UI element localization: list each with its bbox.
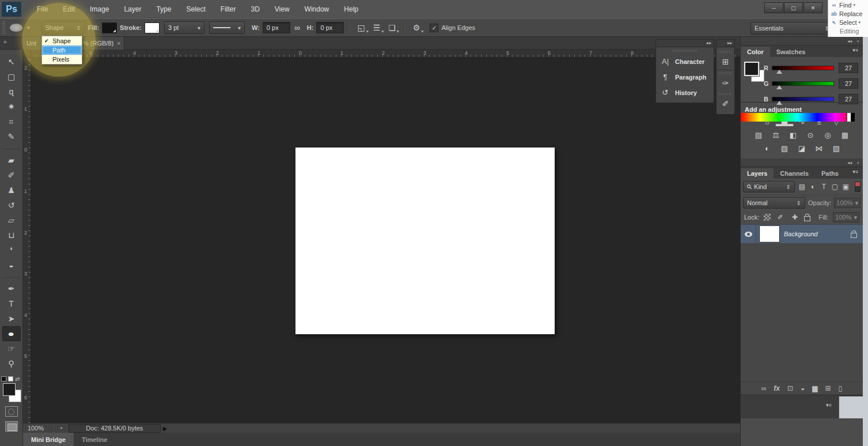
panel-launcher[interactable]: ↺ History bbox=[656, 85, 714, 100]
tool-preset-caret-icon[interactable]: ▾ bbox=[27, 25, 30, 31]
tool-button[interactable] bbox=[2, 273, 21, 278]
bottom-panel-tab[interactable]: Timeline bbox=[74, 433, 115, 446]
panel-launcher[interactable]: A| Character bbox=[656, 54, 714, 69]
swap-colors-icon[interactable]: ⇄ bbox=[15, 376, 20, 382]
tool-button[interactable]: ➤ bbox=[2, 311, 21, 326]
tool-button[interactable]: ⚲ bbox=[2, 356, 21, 371]
panel-launcher[interactable]: ✑ bbox=[717, 70, 734, 91]
document-canvas[interactable] bbox=[295, 148, 555, 334]
lock-pixels-icon[interactable]: ✐ bbox=[775, 213, 785, 221]
tool-button[interactable]: ⌗ bbox=[2, 114, 21, 129]
layers-footer-icon[interactable]: fx bbox=[774, 384, 780, 392]
close-button[interactable]: ✕ bbox=[803, 2, 822, 13]
shape-mode-menu-item[interactable]: Path bbox=[42, 46, 82, 55]
layers-footer-icon[interactable]: ⊞ bbox=[825, 384, 831, 392]
panel-tab[interactable]: Swatches bbox=[770, 47, 812, 57]
menu-item[interactable]: Filter bbox=[213, 3, 244, 16]
panel-tab[interactable]: Color bbox=[741, 47, 770, 57]
layer-filter-icon[interactable]: ▣ bbox=[841, 183, 851, 191]
close-dock-icon[interactable]: × bbox=[856, 39, 859, 44]
stroke-width-dropdown[interactable]: 3 pt ▾ bbox=[164, 21, 204, 34]
menu-item[interactable]: Help bbox=[336, 3, 366, 16]
zoom-level-field[interactable]: 100% bbox=[23, 425, 52, 432]
menu-item[interactable]: Layer bbox=[116, 3, 149, 16]
maximize-button[interactable]: ▢ bbox=[784, 2, 803, 13]
tool-button[interactable]: ✐ bbox=[2, 168, 21, 183]
bottom-panel-tab[interactable]: Mini Bridge bbox=[23, 433, 74, 446]
layer-row[interactable]: Background bbox=[741, 225, 863, 243]
adjustment-icon[interactable]: ▦ bbox=[839, 130, 851, 140]
options-bar-gripper[interactable] bbox=[2, 21, 5, 34]
panel-menu-icon[interactable]: ▾≡ bbox=[852, 169, 862, 176]
tool-button[interactable]: ✒ bbox=[2, 281, 21, 296]
adjustment-icon[interactable]: ⋈ bbox=[813, 143, 825, 153]
ramp-black-swatch[interactable] bbox=[851, 113, 855, 122]
collapse-panels-icon[interactable]: ▸▸ bbox=[655, 39, 714, 47]
channel-value-input[interactable]: 27 bbox=[839, 94, 858, 104]
tool-button[interactable]: ✎ bbox=[2, 129, 21, 144]
link-dimensions-icon[interactable]: ∞ bbox=[294, 23, 300, 32]
shape-mode-menu-item[interactable]: ✔ Shape bbox=[42, 36, 82, 46]
tool-button[interactable]: ♟ bbox=[2, 183, 21, 198]
layers-footer-icon[interactable]: ◒ bbox=[801, 384, 805, 392]
fill-dropdown[interactable]: 100% ▾ bbox=[833, 212, 859, 222]
quick-mask-button[interactable] bbox=[5, 406, 18, 417]
vertical-ruler[interactable]: 210123456 bbox=[23, 58, 31, 423]
shape-mode-menu-item[interactable]: Pixels bbox=[42, 55, 82, 64]
ellipse-tool-preview-icon[interactable] bbox=[10, 24, 22, 32]
default-colors-icon[interactable]: ⇄ bbox=[1, 376, 22, 382]
filter-kind-dropdown[interactable]: ⚲ Kind ⇕ bbox=[743, 181, 795, 192]
channel-value-input[interactable]: 27 bbox=[839, 78, 858, 89]
foreground-color-swatch[interactable] bbox=[744, 62, 759, 76]
layer-filter-icon[interactable]: T bbox=[819, 183, 829, 191]
status-expand-arrow-icon[interactable]: ▶ bbox=[163, 425, 168, 432]
word-editing-item[interactable]: ⇖ Select ▾ bbox=[831, 18, 868, 27]
tool-button[interactable]: ▰ bbox=[2, 153, 21, 168]
adjustment-icon[interactable]: ◐ bbox=[761, 143, 774, 153]
panel-launcher[interactable]: ✐ bbox=[717, 91, 734, 112]
width-input[interactable]: 0 px bbox=[263, 22, 290, 33]
adjustment-icon[interactable]: ◧ bbox=[787, 130, 799, 140]
tool-button[interactable] bbox=[2, 144, 21, 149]
menu-item[interactable]: Image bbox=[82, 3, 116, 16]
panel-tab[interactable]: Channels bbox=[774, 168, 815, 179]
panel-tab[interactable]: Paths bbox=[815, 168, 845, 179]
status-clock-icon[interactable]: ◔ bbox=[59, 425, 63, 432]
shape-mode-dropdown[interactable]: Shape ⇕ bbox=[41, 21, 85, 34]
horizontal-ruler[interactable]: 54321012345678 bbox=[23, 50, 740, 58]
channel-slider-thumb[interactable] bbox=[776, 85, 782, 89]
menu-item[interactable]: Edit bbox=[55, 3, 82, 16]
menu-item[interactable]: Window bbox=[297, 3, 337, 16]
tool-button[interactable]: ❛ bbox=[2, 243, 21, 258]
screen-mode-button[interactable] bbox=[5, 421, 18, 432]
menu-item[interactable]: View bbox=[267, 3, 297, 16]
tool-button[interactable]: ◒ bbox=[2, 258, 21, 273]
tool-button[interactable]: ↖ bbox=[2, 54, 21, 69]
channel-slider-thumb[interactable] bbox=[776, 101, 782, 105]
tool-button[interactable]: ● bbox=[2, 326, 21, 341]
adjustment-icon[interactable]: ⊙ bbox=[804, 130, 817, 140]
tool-button[interactable]: ▱ bbox=[2, 213, 21, 228]
collapse-dock-icon[interactable]: ◂◂ bbox=[847, 39, 852, 44]
layers-footer-icon[interactable]: ⊡ bbox=[787, 384, 793, 392]
channel-value-input[interactable]: 27 bbox=[839, 63, 858, 73]
layers-footer-icon[interactable]: ▆ bbox=[812, 384, 817, 392]
canvas-area[interactable]: 54321012345678 210123456 bbox=[23, 50, 740, 423]
collapse-dock-icon[interactable]: ◂◂ bbox=[847, 160, 852, 165]
filtering-toggle[interactable] bbox=[855, 182, 861, 192]
menu-item[interactable]: Select bbox=[179, 3, 213, 16]
layer-filter-icon[interactable]: ▢ bbox=[830, 183, 840, 191]
word-editing-item[interactable]: ∞ Find ▾ bbox=[831, 1, 868, 9]
menu-item[interactable]: 3D bbox=[243, 3, 267, 16]
color-spectrum-ramp[interactable] bbox=[741, 113, 855, 122]
adjustment-icon[interactable]: ◎ bbox=[821, 130, 834, 140]
panel-tab[interactable]: Layers bbox=[741, 168, 774, 179]
path-operations-icon[interactable]: ◱▾ bbox=[357, 23, 365, 32]
word-editing-item[interactable]: ab Replace bbox=[831, 9, 868, 18]
layers-footer-icon[interactable]: ∞ bbox=[761, 384, 767, 392]
menu-item[interactable]: Type bbox=[149, 3, 179, 16]
layers-footer-icon[interactable]: ▯ bbox=[839, 384, 843, 392]
toolbar-collapse-icon[interactable]: » bbox=[3, 39, 6, 45]
path-alignment-icon[interactable]: ☰▾ bbox=[373, 23, 381, 32]
panel-gripper[interactable] bbox=[672, 50, 698, 52]
